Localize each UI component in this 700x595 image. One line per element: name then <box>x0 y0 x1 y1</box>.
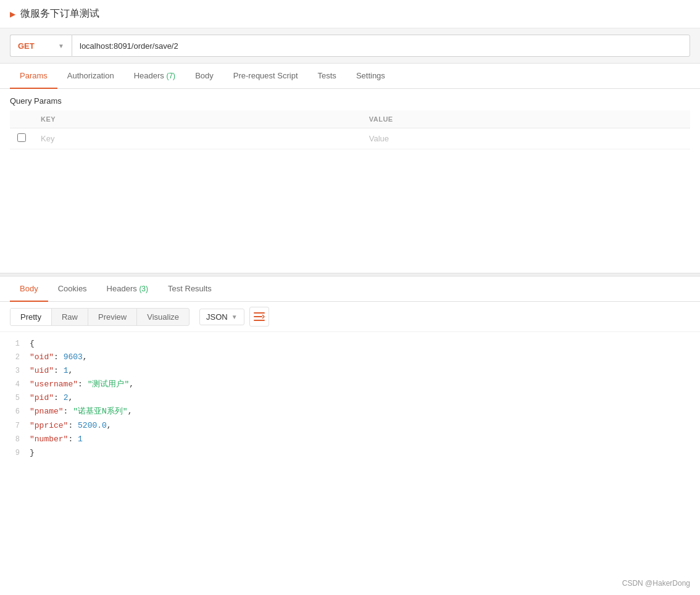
json-token: : <box>68 435 78 444</box>
url-bar: GET ▼ <box>0 28 700 64</box>
json-line: 3 "uid": 1, <box>0 364 700 378</box>
format-tab-pretty[interactable]: Pretty <box>10 309 52 325</box>
wrap-icon <box>254 312 265 322</box>
tab-body-label: Body <box>195 71 214 80</box>
line-number: 4 <box>5 378 30 391</box>
params-check-col <box>10 110 33 128</box>
svg-rect-0 <box>254 312 265 314</box>
res-tab-cookies[interactable]: Cookies <box>48 277 97 302</box>
json-token: : <box>68 421 78 430</box>
tab-authorization[interactable]: Authorization <box>57 64 124 89</box>
json-line: 4 "username": "测试用户", <box>0 378 700 391</box>
tab-tests[interactable]: Tests <box>308 64 346 89</box>
line-content: "pname": "诺基亚N系列", <box>30 405 132 418</box>
json-token: "诺基亚N系列" <box>73 407 127 416</box>
json-line: 5 "pid": 2, <box>0 391 700 405</box>
json-token: : <box>54 393 64 402</box>
line-number: 5 <box>5 392 30 404</box>
res-tab-headers-label: Headers <box>107 284 137 293</box>
line-content: "number": 1 <box>30 433 83 446</box>
json-output: 1{2 "oid": 9603,3 "uid": 1,4 "username":… <box>0 332 700 465</box>
res-tab-headers-badge: (3) <box>139 285 148 293</box>
line-number: 2 <box>5 351 30 364</box>
json-token: : <box>54 366 64 375</box>
json-token: "pid" <box>30 393 54 402</box>
line-number: 8 <box>5 433 30 446</box>
page-wrapper: ▶ 微服务下订单测试 GET ▼ Params Authorization He… <box>0 0 700 595</box>
json-token: , <box>68 366 73 375</box>
json-line: 9} <box>0 446 700 460</box>
method-label: GET <box>18 41 35 51</box>
tab-headers-badge: (7) <box>166 72 175 80</box>
params-value-header: VALUE <box>362 110 690 128</box>
params-key-header: KEY <box>33 110 362 128</box>
line-content: "oid": 9603, <box>30 351 88 364</box>
json-token: , <box>128 407 133 416</box>
line-number: 1 <box>5 338 30 350</box>
json-token: 5200.0 <box>78 421 107 430</box>
res-tab-test-results[interactable]: Test Results <box>158 277 222 302</box>
json-token: : <box>54 352 64 362</box>
json-token: , <box>129 380 134 389</box>
tab-headers[interactable]: Headers (7) <box>124 64 185 89</box>
title-bar: ▶ 微服务下订单测试 <box>0 0 700 28</box>
json-line: 2 "oid": 9603, <box>0 351 700 364</box>
format-preview-label: Preview <box>98 312 127 322</box>
method-select[interactable]: GET ▼ <box>10 35 72 57</box>
key-placeholder[interactable]: Key <box>41 134 54 143</box>
line-number: 7 <box>5 420 30 432</box>
res-tab-body-label: Body <box>20 284 38 293</box>
tab-prerequest[interactable]: Pre-request Script <box>223 64 308 89</box>
tab-body[interactable]: Body <box>185 64 223 89</box>
tab-settings[interactable]: Settings <box>346 64 395 89</box>
tab-prerequest-label: Pre-request Script <box>233 71 298 80</box>
line-number: 3 <box>5 365 30 377</box>
format-pretty-label: Pretty <box>20 312 41 322</box>
res-tab-body[interactable]: Body <box>10 277 48 302</box>
json-token: , <box>68 393 73 402</box>
json-token: "pname" <box>30 407 64 416</box>
format-visualize-label: Visualize <box>147 312 179 322</box>
json-token: , <box>83 352 88 362</box>
format-type-select[interactable]: JSON ▼ <box>199 309 244 325</box>
request-tabs: Params Authorization Headers (7) Body Pr… <box>0 64 700 89</box>
format-tabs: Pretty Raw Preview Visualize <box>10 308 190 326</box>
json-token: : <box>64 407 73 416</box>
json-token: "pprice" <box>30 421 68 430</box>
format-type-label: JSON <box>206 312 228 322</box>
value-placeholder[interactable]: Value <box>369 134 389 143</box>
json-token: "测试用户" <box>88 380 130 389</box>
url-input[interactable] <box>72 35 690 57</box>
tab-params[interactable]: Params <box>10 64 57 89</box>
body-toolbar: Pretty Raw Preview Visualize JSON ▼ <box>0 302 700 332</box>
json-token: 1 <box>78 435 83 444</box>
tab-settings-label: Settings <box>356 71 385 80</box>
method-chevron-icon: ▼ <box>58 43 64 49</box>
line-content: "pid": 2, <box>30 391 73 405</box>
page-title: 微服务下订单测试 <box>20 7 99 20</box>
format-tab-visualize[interactable]: Visualize <box>137 309 189 325</box>
json-line: 8 "number": 1 <box>0 433 700 446</box>
query-params-section: Query Params KEY VALUE Key <box>0 89 700 149</box>
response-tabs: Body Cookies Headers (3) Test Results <box>0 277 700 302</box>
table-row: Key Value <box>10 128 690 149</box>
row-checkbox[interactable] <box>17 133 26 142</box>
format-tab-preview[interactable]: Preview <box>88 309 137 325</box>
tab-authorization-label: Authorization <box>67 71 114 80</box>
json-token: "oid" <box>30 352 54 362</box>
tab-params-label: Params <box>20 71 48 80</box>
res-tab-cookies-label: Cookies <box>58 284 87 293</box>
json-token: { <box>30 339 35 348</box>
json-token: 9603 <box>64 352 83 362</box>
expand-arrow-icon[interactable]: ▶ <box>10 10 15 19</box>
svg-rect-2 <box>254 320 265 321</box>
json-line: 7 "pprice": 5200.0, <box>0 419 700 433</box>
res-tab-headers[interactable]: Headers (3) <box>97 277 158 302</box>
res-tab-test-results-label: Test Results <box>168 284 212 293</box>
json-token: } <box>30 448 35 457</box>
wrap-button[interactable] <box>249 307 269 327</box>
line-content: "pprice": 5200.0, <box>30 419 112 433</box>
format-tab-raw[interactable]: Raw <box>52 309 88 325</box>
json-token: , <box>107 421 112 430</box>
line-content: "username": "测试用户", <box>30 378 134 391</box>
